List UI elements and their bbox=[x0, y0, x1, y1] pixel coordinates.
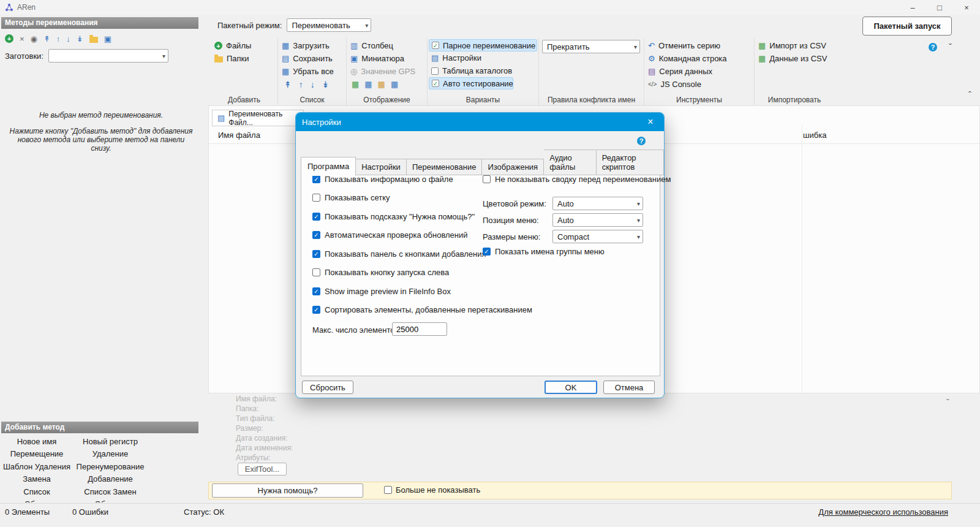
method-new-case[interactable]: Новый регистр bbox=[74, 437, 147, 446]
csv-data-button[interactable]: ▦ Данные из CSV bbox=[755, 52, 834, 65]
save-list-icon: ▤ bbox=[282, 55, 289, 63]
add-method-icon[interactable]: + bbox=[5, 34, 13, 43]
display-thumbnail-button[interactable]: ▣ Миниатюра bbox=[347, 52, 427, 65]
checkbox-auto-update-check[interactable]: ✓ Автоматическая проверка обновлений bbox=[312, 230, 468, 240]
tab-images[interactable]: Изображения bbox=[482, 159, 544, 175]
method-trim[interactable]: Обрезка bbox=[74, 499, 147, 502]
preview-icon[interactable]: ◉ bbox=[31, 34, 37, 44]
dialog-help-icon[interactable]: ? bbox=[637, 137, 646, 145]
method-add[interactable]: Добавление bbox=[74, 474, 147, 483]
move-top-icon[interactable]: ↟ bbox=[43, 34, 50, 44]
minimize-button[interactable]: – bbox=[899, 0, 926, 15]
csv-import-button[interactable]: ▦ Импорт из CSV bbox=[755, 39, 834, 52]
dialog-content: ✓ Показывать информацию о файле ✓ Показы… bbox=[301, 165, 660, 376]
help-icon[interactable]: ? bbox=[929, 43, 937, 51]
tab-program[interactable]: Программа bbox=[301, 157, 356, 176]
menu-size-select[interactable]: Compact ▾ bbox=[552, 230, 643, 243]
checkbox-run-button-left[interactable]: ✓ Показывать кнопку запуска слева bbox=[312, 268, 449, 277]
view-mode-details-icon[interactable]: ▦ bbox=[391, 80, 398, 88]
add-folders-button[interactable]: Папки bbox=[211, 52, 277, 65]
method-list-item[interactable]: Список bbox=[0, 487, 74, 496]
batch-mode-select[interactable]: Переименовать ▾ bbox=[287, 18, 371, 32]
method-replace-list[interactable]: Список Замен bbox=[74, 487, 147, 496]
move-top-icon[interactable]: ↟ bbox=[284, 80, 292, 89]
chevron-down-icon: ▾ bbox=[365, 22, 368, 29]
chevron-down-icon[interactable]: ˇ bbox=[949, 42, 952, 52]
status-text: Статус: ОК bbox=[184, 507, 224, 517]
undo-series-button[interactable]: ↶ Отменить серию bbox=[644, 39, 754, 52]
ok-button[interactable]: OK bbox=[545, 381, 597, 394]
checkbox-image-preview[interactable]: ✓ Show image preview in FileInfo Box bbox=[312, 287, 451, 296]
reset-button[interactable]: Сбросить bbox=[302, 381, 353, 394]
list-save-label: Сохранить bbox=[293, 54, 333, 63]
dialog-close-button[interactable]: × bbox=[637, 113, 664, 131]
tab-renaming[interactable]: Переименование bbox=[407, 159, 483, 175]
display-column-button[interactable]: ▥ Столбец bbox=[347, 39, 427, 52]
ribbon-collapse-icon[interactable]: ˆ bbox=[968, 89, 971, 100]
method-move[interactable]: Перемещение bbox=[0, 449, 74, 458]
pair-rename-toggle[interactable]: ✓ Парное переименование bbox=[429, 39, 537, 51]
close-button[interactable]: × bbox=[953, 0, 980, 15]
move-bottom-icon[interactable]: ↡ bbox=[322, 80, 330, 89]
checkbox-show-menu-group-names[interactable]: ✓ Показать имена группы меню bbox=[483, 247, 605, 256]
data-series-button[interactable]: ▤ Серия данных bbox=[644, 65, 754, 78]
tab-rename-file[interactable]: ▤ Переименовать Файл... bbox=[212, 110, 304, 126]
command-line-button[interactable]: ⚙ Командная строка bbox=[644, 52, 754, 65]
auto-test-toggle[interactable]: ✓ Авто тестирование bbox=[429, 77, 513, 89]
open-folder-icon[interactable] bbox=[89, 37, 98, 43]
maximize-button[interactable]: □ bbox=[926, 0, 953, 15]
display-gps-button[interactable]: ◎ Значение GPS bbox=[347, 65, 427, 78]
js-console-button[interactable]: </> JS Console bbox=[644, 78, 754, 91]
method-replace[interactable]: Замена bbox=[0, 474, 74, 483]
display-gps-label: Значение GPS bbox=[361, 67, 415, 76]
move-bottom-icon[interactable]: ↡ bbox=[77, 34, 83, 44]
checkbox-sort-dragged-items[interactable]: ✓ Сортировать элементы, добавленные пере… bbox=[312, 305, 532, 314]
method-delete-pattern[interactable]: Шаблон Удаления bbox=[0, 462, 74, 471]
catalog-table-toggle[interactable]: ✓ Таблица каталогов bbox=[428, 64, 538, 77]
checkbox-show-add-buttons-panel[interactable]: ✓ Показывать панель с кнопками добавлени… bbox=[312, 249, 486, 259]
panel-collapse-icon[interactable]: ˇ bbox=[946, 397, 949, 408]
list-save-button[interactable]: ▤ Сохранить bbox=[278, 52, 346, 65]
tab-settings[interactable]: Настройки bbox=[356, 159, 407, 175]
group-conflict-label: Правила конфликта имен bbox=[539, 96, 644, 105]
list-load-button[interactable]: ▦ Загрузить bbox=[278, 39, 346, 52]
max-items-input[interactable] bbox=[392, 322, 447, 336]
save-methods-icon[interactable]: ▣ bbox=[104, 34, 111, 44]
checkbox-show-file-info[interactable]: ✓ Показывать информацию о файле bbox=[312, 175, 453, 184]
method-renumber[interactable]: Перенумерование bbox=[74, 462, 147, 471]
view-mode-grid-icon[interactable]: ▦ bbox=[352, 80, 359, 88]
add-files-button[interactable]: + Файлы bbox=[211, 39, 277, 52]
commercial-use-link[interactable]: Для коммерческого использования bbox=[818, 507, 948, 517]
checkbox-no-summary[interactable]: ✓ Не показывать сводку перед переименова… bbox=[483, 175, 671, 184]
column-divider[interactable] bbox=[802, 126, 802, 393]
method-new-name[interactable]: Новое имя bbox=[0, 437, 74, 446]
tab-audio[interactable]: Аудио файлы bbox=[544, 150, 597, 175]
exiftool-button[interactable]: ExifTool... bbox=[238, 463, 287, 476]
cancel-button[interactable]: Отмена bbox=[603, 381, 655, 394]
list-clear-button[interactable]: ▦ Убрать все bbox=[278, 65, 346, 78]
checkbox-show-grid[interactable]: ✓ Показывать сетку bbox=[312, 193, 390, 202]
checkbox-show-help-hint[interactable]: ✓ Показывать подсказку "Нужна помощь?" bbox=[312, 212, 475, 221]
conflict-rule-select[interactable]: Прекратить ▾ bbox=[542, 40, 640, 53]
column-error[interactable]: Ошибка bbox=[803, 131, 839, 140]
view-mode-table-icon[interactable]: ▦ bbox=[364, 80, 372, 88]
move-down-icon[interactable]: ↓ bbox=[66, 34, 70, 44]
move-down-icon[interactable]: ↓ bbox=[311, 80, 315, 89]
method-swap[interactable]: Обмен bbox=[0, 499, 74, 502]
move-up-icon[interactable]: ↑ bbox=[299, 80, 303, 89]
dont-show-again-checkbox[interactable]: ✓ Больше не показывать bbox=[384, 485, 480, 495]
move-up-icon[interactable]: ↑ bbox=[56, 34, 61, 44]
need-help-button[interactable]: Нужна помощь? bbox=[212, 483, 363, 498]
remove-method-icon[interactable]: × bbox=[20, 34, 24, 44]
variants-settings-button[interactable]: ▤ Настройки bbox=[428, 51, 538, 64]
color-mode-select[interactable]: Auto ▾ bbox=[552, 197, 643, 210]
batch-run-button[interactable]: Пакетный запуск bbox=[862, 17, 952, 36]
view-mode-tiles-icon[interactable]: ▦ bbox=[378, 80, 385, 88]
presets-select[interactable]: ▾ bbox=[48, 49, 168, 63]
tab-script-editor[interactable]: Редактор скриптов bbox=[597, 150, 664, 175]
method-delete[interactable]: Удаление bbox=[74, 449, 147, 458]
column-filename[interactable]: Имя файла bbox=[218, 131, 260, 140]
menu-position-select[interactable]: Auto ▾ bbox=[552, 213, 643, 227]
auto-test-label: Авто тестирование bbox=[443, 79, 513, 88]
group-add-label: Добавить bbox=[211, 96, 277, 105]
